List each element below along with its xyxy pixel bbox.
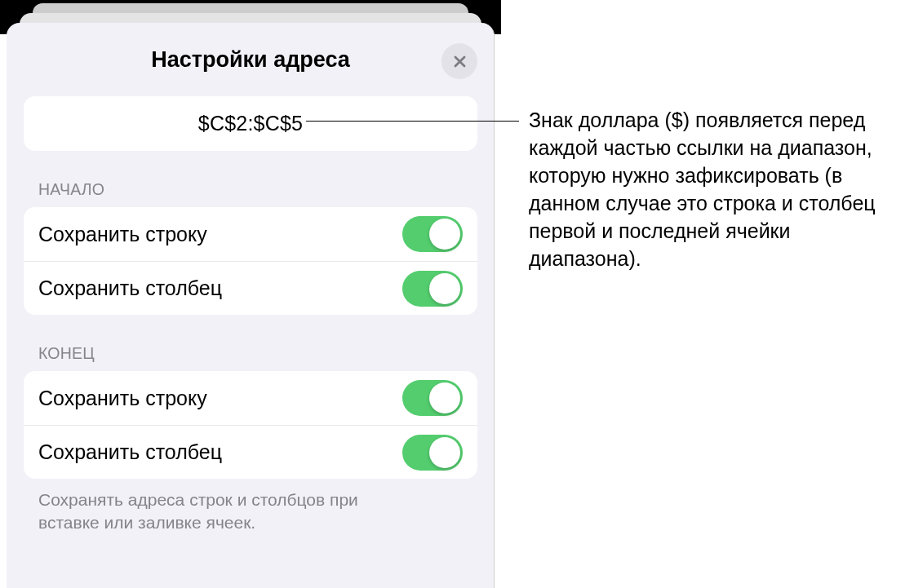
switch-label: Сохранить строку (38, 223, 207, 246)
switch-label: Сохранить строку (38, 387, 207, 410)
switch-group-start: Сохранить строку Сохранить столбец (24, 207, 477, 315)
callout-text: Знак доллара ($) появляется перед каждой… (529, 106, 896, 272)
switch-toggle[interactable] (402, 435, 463, 471)
address-value: $C$2:$C$5 (198, 112, 303, 135)
callout-leader-line (306, 121, 519, 122)
switch-toggle[interactable] (402, 380, 463, 416)
preserve-row-end: Сохранить строку (24, 371, 477, 425)
section-label-start: НАЧАЛО (38, 180, 477, 199)
switch-knob (429, 382, 460, 413)
dialog-title: Настройки адреса (151, 47, 350, 73)
dialog-header: Настройки адреса (24, 42, 477, 78)
section-label-end: КОНЕЦ (38, 344, 477, 363)
switch-toggle[interactable] (402, 271, 463, 307)
switch-knob (429, 273, 460, 304)
address-display[interactable]: $C$2:$C$5 (24, 96, 477, 151)
switch-knob (429, 219, 460, 250)
preserve-row-start: Сохранить строку (24, 207, 477, 261)
close-icon (452, 54, 468, 69)
close-button[interactable] (441, 43, 477, 79)
footer-description: Сохранять адреса строк и столбцов при вс… (38, 489, 381, 535)
switch-knob (429, 437, 460, 468)
switch-group-end: Сохранить строку Сохранить столбец (24, 371, 477, 479)
address-settings-dialog: Настройки адреса $C$2:$C$5 НАЧАЛО Сохран… (7, 23, 495, 588)
switch-label: Сохранить столбец (38, 440, 222, 464)
switch-toggle[interactable] (402, 216, 463, 252)
preserve-column-start: Сохранить столбец (24, 261, 477, 315)
preserve-column-end: Сохранить столбец (24, 425, 477, 479)
switch-label: Сохранить столбец (38, 276, 222, 300)
